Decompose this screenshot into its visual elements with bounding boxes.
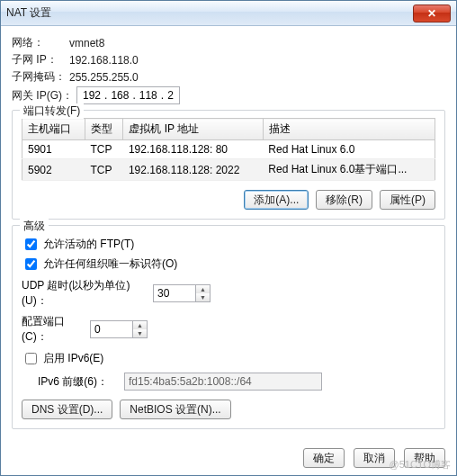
port-forward-table[interactable]: 主机端口 类型 虚拟机 IP 地址 描述 5901 TCP 192.168.11…	[22, 118, 435, 181]
spinner-down-icon[interactable]: ▼	[196, 293, 210, 301]
config-port-label: 配置端口(C)：	[22, 314, 85, 345]
subnet-ip-value: 192.168.118.0	[69, 54, 139, 67]
spinner-down-icon[interactable]: ▼	[133, 329, 147, 337]
titlebar: NAT 设置 ✕	[1, 1, 456, 26]
close-icon: ✕	[427, 7, 436, 20]
col-type[interactable]: 类型	[85, 119, 122, 140]
properties-button[interactable]: 属性(P)	[380, 190, 435, 210]
allow-org-checkbox[interactable]	[25, 258, 37, 270]
allow-org-label: 允许任何组织唯一标识符(O)	[43, 256, 177, 272]
gateway-ip-input[interactable]: 192. 168. 118. 2	[76, 86, 180, 104]
gateway-label: 网关 IP(G)：	[12, 88, 76, 103]
netbios-settings-button[interactable]: NetBIOS 设置(N)...	[120, 400, 230, 419]
subnet-mask-label: 子网掩码：	[12, 69, 69, 85]
advanced-group: 高级 允许活动的 FTP(T) 允许任何组织唯一标识符(O) UDP 超时(以秒…	[12, 225, 445, 429]
help-button[interactable]: 帮助	[404, 448, 445, 468]
nat-settings-dialog: NAT 设置 ✕ 网络： vmnet8 子网 IP： 192.168.118.0…	[0, 0, 457, 476]
udp-timeout-label: UDP 超时(以秒为单位)(U)：	[22, 278, 148, 309]
col-host-port[interactable]: 主机端口	[22, 119, 85, 140]
config-port-spinner[interactable]: ▲ ▼	[90, 320, 148, 338]
table-row[interactable]: 5901 TCP 192.168.118.128: 80 Red Hat Lin…	[22, 140, 435, 159]
gateway-octet-2[interactable]: 168	[109, 89, 130, 102]
subnet-ip-label: 子网 IP：	[12, 52, 69, 67]
allow-ftp-checkbox[interactable]	[25, 238, 37, 250]
gateway-octet-3[interactable]: 118	[138, 89, 159, 102]
ipv6-prefix-input	[124, 373, 322, 391]
add-button[interactable]: 添加(A)...	[244, 190, 309, 210]
gateway-octet-1[interactable]: 192	[81, 89, 103, 102]
udp-timeout-input[interactable]	[153, 284, 196, 302]
network-label: 网络：	[12, 35, 69, 50]
ok-button[interactable]: 确定	[303, 448, 345, 468]
spinner-up-icon[interactable]: ▲	[133, 321, 147, 329]
remove-button[interactable]: 移除(R)	[316, 190, 372, 210]
spinner-up-icon[interactable]: ▲	[196, 285, 210, 293]
udp-timeout-spinner[interactable]: ▲ ▼	[153, 284, 211, 302]
col-vm-ip[interactable]: 虚拟机 IP 地址	[123, 119, 263, 140]
config-port-input[interactable]	[90, 320, 133, 338]
ipv6-prefix-label: IPv6 前缀(6)：	[38, 374, 119, 390]
port-forward-group: 端口转发(F) 主机端口 类型 虚拟机 IP 地址 描述 5901 TCP 19…	[12, 110, 445, 220]
enable-ipv6-checkbox[interactable]	[25, 353, 37, 364]
close-button[interactable]: ✕	[413, 4, 451, 22]
port-forward-group-title: 端口转发(F)	[20, 103, 84, 119]
gateway-octet-4[interactable]: 2	[166, 89, 175, 102]
dns-settings-button[interactable]: DNS 设置(D)...	[22, 400, 112, 419]
network-value: vmnet8	[69, 37, 104, 49]
col-desc[interactable]: 描述	[263, 119, 435, 140]
table-row[interactable]: 5902 TCP 192.168.118.128: 2022 Red Hat L…	[22, 159, 435, 181]
allow-ftp-label: 允许活动的 FTP(T)	[43, 237, 134, 252]
cancel-button[interactable]: 取消	[354, 448, 395, 468]
dialog-footer: 确定 取消 帮助	[303, 448, 445, 468]
enable-ipv6-label: 启用 IPv6(E)	[43, 351, 103, 366]
window-title: NAT 设置	[6, 5, 413, 21]
subnet-mask-value: 255.255.255.0	[69, 71, 139, 84]
advanced-group-title: 高级	[20, 219, 49, 234]
